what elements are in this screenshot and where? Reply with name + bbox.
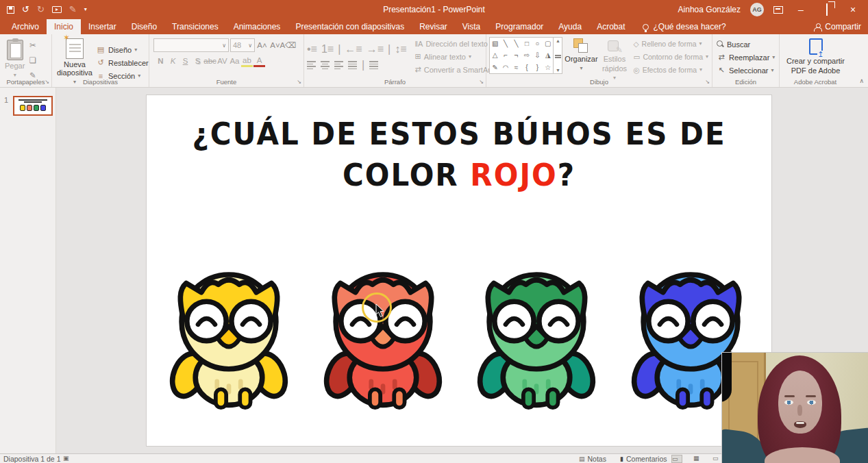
grow-font-icon[interactable]: A˄ (256, 39, 268, 51)
line-spacing-icon[interactable]: ↕≡ (395, 43, 406, 55)
copy-icon[interactable]: ❏ (27, 54, 38, 66)
close-button[interactable]: × (845, 4, 861, 15)
shape-fill-button[interactable]: ◇Relleno de forma▾ (632, 37, 710, 50)
tab-transiciones[interactable]: Transiciones (164, 19, 226, 34)
shape-option-icon[interactable]: } (532, 62, 543, 73)
clear-formatting-icon[interactable]: A⌫ (282, 39, 294, 51)
owl-red[interactable] (317, 260, 449, 410)
select-button[interactable]: ↖Seleccionar▾ (715, 64, 777, 77)
justify-icon[interactable] (348, 60, 357, 71)
shape-option-icon[interactable]: ◮ (543, 49, 553, 61)
font-name-combo[interactable]: ∨ (153, 38, 229, 52)
strikethrough-icon[interactable]: abc (204, 55, 216, 67)
shape-option-icon[interactable]: ▧ (490, 38, 500, 49)
decrease-indent-icon[interactable]: ←≡ (345, 43, 362, 55)
bullets-icon[interactable]: •≡ (307, 43, 317, 55)
shape-option-icon[interactable]: ☆ (543, 62, 553, 73)
text-shadow-icon[interactable]: S (192, 55, 203, 67)
tab-insertar[interactable]: Insertar (81, 19, 124, 34)
shape-option-icon[interactable]: □ (521, 38, 532, 49)
bold-icon[interactable]: N (155, 55, 166, 67)
italic-icon[interactable]: K (167, 55, 179, 67)
avatar[interactable]: AG (750, 3, 764, 16)
shape-option-icon[interactable]: ╲ (511, 38, 521, 49)
start-slideshow-icon[interactable] (52, 6, 62, 13)
tab-presentaci-n-con-diapositivas[interactable]: Presentación con diapositivas (288, 19, 412, 34)
collapse-ribbon-icon[interactable]: ∧ (859, 77, 864, 84)
underline-icon[interactable]: S (179, 55, 191, 67)
slide-thumbnail[interactable] (13, 96, 53, 116)
comments-button[interactable]: ▮Comentarios (620, 455, 667, 463)
cut-icon[interactable]: ✂ (27, 39, 38, 51)
shape-outline-button[interactable]: ▭Contorno de forma▾ (632, 50, 710, 63)
tab-animaciones[interactable]: Animaciones (226, 19, 288, 34)
shape-option-icon[interactable]: △ (490, 49, 500, 61)
char-spacing-icon[interactable]: AV (216, 55, 228, 67)
find-button[interactable]: Buscar (715, 38, 777, 51)
owl-yellow[interactable] (163, 260, 295, 410)
shapes-gallery[interactable]: ▧╲╲□○▢△⌐¬⇨⇩◮✎◠≈{}☆ ▲ ▼ (489, 37, 562, 74)
font-size-combo[interactable]: 48∨ (230, 38, 255, 52)
columns-icon[interactable] (369, 60, 378, 71)
shape-option-icon[interactable]: { (521, 62, 532, 73)
reset-button[interactable]: ↺Restablecer (95, 56, 150, 69)
shape-effects-button[interactable]: ◎Efectos de forma▾ (632, 63, 710, 76)
shape-option-icon[interactable]: ⇩ (532, 49, 543, 61)
paragraph-dialog-launcher[interactable]: ↘ (479, 79, 484, 85)
font-color-icon[interactable]: A (253, 55, 265, 67)
clipboard-dialog-launcher[interactable]: ↘ (45, 79, 49, 85)
shape-option-icon[interactable]: ╲ (500, 38, 510, 49)
normal-view-button[interactable]: ▭ (671, 455, 682, 463)
increase-indent-icon[interactable]: →≡ (367, 43, 384, 55)
tab-ayuda[interactable]: Ayuda (551, 19, 589, 34)
tab-vista[interactable]: Vista (455, 19, 488, 34)
numbering-icon[interactable]: 1≡ (321, 43, 334, 55)
shapes-gallery-scrollbar[interactable]: ▲ ▼ (553, 38, 562, 73)
tell-me-search[interactable]: ¿Qué desea hacer? (643, 19, 726, 34)
shape-option-icon[interactable]: ◠ (500, 62, 510, 73)
restore-button[interactable] (819, 4, 835, 15)
tab-inicio[interactable]: Inicio (47, 19, 81, 34)
scroll-up-icon[interactable]: ▲ (556, 38, 560, 43)
paste-button[interactable]: Pegar ▾ (3, 38, 27, 81)
slide[interactable]: ¿CUÁL DE ESTOS BÚHOS ES DE COLOR ROJO? (146, 95, 772, 447)
shape-option-icon[interactable]: ⌐ (500, 49, 510, 61)
shape-option-icon[interactable]: ≈ (511, 62, 521, 73)
user-name[interactable]: Ainhoa González (678, 5, 741, 14)
tab-acrobat[interactable]: Acrobat (589, 19, 632, 34)
align-left-icon[interactable] (307, 60, 316, 71)
change-case-icon[interactable]: Aa (229, 55, 240, 67)
align-center-icon[interactable] (321, 60, 330, 71)
create-pdf-button[interactable]: Crear y compartir PDF de Adobe (782, 37, 849, 76)
undo-icon[interactable]: ↺ (22, 0, 29, 19)
shape-option-icon[interactable]: ▢ (543, 38, 553, 49)
slide-sorter-view-button[interactable]: ▦ (693, 455, 704, 462)
shrink-font-icon[interactable]: A˅ (269, 39, 281, 51)
font-dialog-launcher[interactable]: ↘ (297, 79, 301, 85)
share-button[interactable]: Compartir (814, 19, 861, 34)
shape-option-icon[interactable]: ¬ (511, 49, 521, 61)
arrange-button[interactable]: Organizar ▾ (562, 37, 599, 74)
drawing-dialog-launcher[interactable]: ↘ (705, 79, 710, 85)
tab-archivo[interactable]: Archivo (4, 19, 47, 34)
redo-icon[interactable]: ↻ (37, 0, 45, 19)
align-right-icon[interactable] (334, 60, 343, 71)
customize-qat-icon[interactable]: ▾ (84, 0, 87, 19)
status-flag-icon[interactable]: ▣ (63, 455, 69, 462)
owl-green[interactable] (471, 260, 602, 410)
replace-button[interactable]: ⇄Reemplazar▾ (715, 51, 777, 64)
layout-button[interactable]: ▤Diseño▾ (95, 43, 150, 56)
quick-styles-button[interactable]: Estilos rápidos ▾ (599, 37, 629, 84)
shape-option-icon[interactable]: ⇨ (521, 49, 532, 61)
gallery-more-icon[interactable] (555, 55, 561, 56)
notes-button[interactable]: ▤Notas (579, 455, 606, 463)
shape-option-icon[interactable]: ○ (532, 38, 543, 49)
tab-programador[interactable]: Programador (488, 19, 551, 34)
slide-title-textbox[interactable]: ¿CUÁL DE ESTOS BÚHOS ES DE COLOR ROJO? (147, 114, 771, 196)
scroll-down-icon[interactable]: ▼ (556, 68, 560, 73)
ribbon-display-options-icon[interactable] (773, 6, 783, 14)
shape-option-icon[interactable]: ✎ (490, 62, 500, 73)
save-icon[interactable] (7, 6, 14, 14)
tab-dise-o[interactable]: Diseño (124, 19, 164, 34)
minimize-button[interactable]: – (793, 4, 809, 15)
